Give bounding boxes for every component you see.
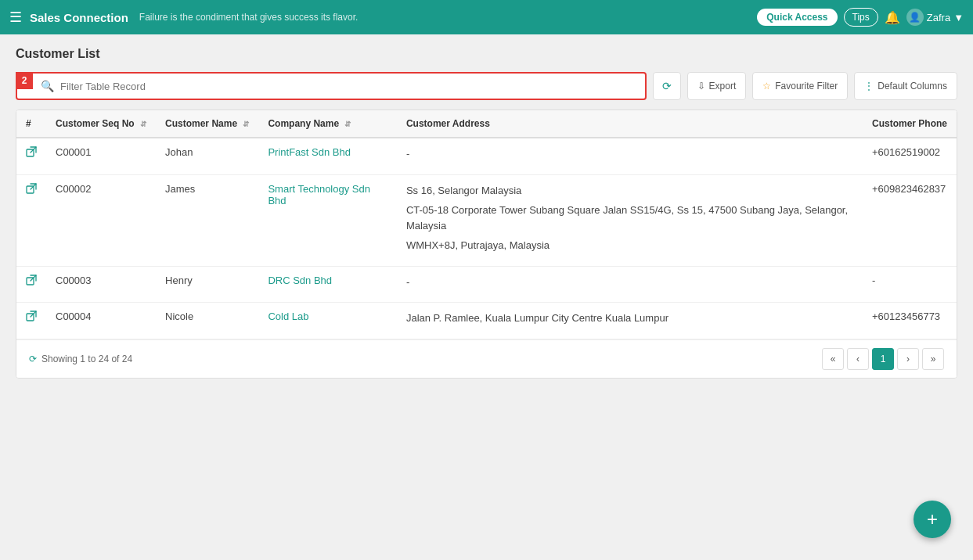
page-container: Customer List 2 🔍 ⟳ ⇩ Export ☆ Favourite… [0, 34, 973, 391]
cell-name: James [156, 174, 258, 266]
address-line: Jalan P. Ramlee, Kuala Lumpur City Centr… [406, 311, 853, 326]
user-name-label: Zafra [927, 12, 950, 23]
notification-bell-icon[interactable]: 🔔 [885, 10, 900, 25]
export-label: Export [709, 81, 737, 92]
col-name-label: Customer Name [165, 118, 237, 129]
col-company-label: Company Name [268, 118, 339, 129]
address-line: - [406, 275, 853, 290]
cell-address: Ss 16, Selangor MalaysiaCT-05-18 Corpora… [397, 174, 863, 266]
export-button[interactable]: ⇩ Export [687, 72, 747, 100]
pagination-prev[interactable]: ‹ [847, 348, 869, 370]
cell-seq: C00002 [46, 174, 156, 266]
sort-icon-company[interactable]: ⇵ [344, 120, 351, 128]
hamburger-menu-icon[interactable]: ☰ [9, 9, 22, 26]
col-name[interactable]: Customer Name ⇵ [156, 110, 258, 138]
cell-company[interactable]: Cold Lab [258, 303, 397, 339]
cell-name: Henry [156, 266, 258, 303]
refresh-small-icon[interactable]: ⟳ [29, 354, 37, 364]
col-hash: # [16, 110, 46, 138]
search-icon: 🔍 [41, 80, 54, 92]
cell-phone: +609823462837 [863, 174, 957, 266]
cell-address: - [397, 266, 863, 303]
default-columns-label: Default Columns [878, 81, 947, 92]
cell-phone: +60162519002 [863, 138, 957, 174]
col-seq[interactable]: Customer Seq No ⇵ [46, 110, 156, 138]
quick-access-button[interactable]: Quick Access [757, 9, 837, 26]
ext-link-icon[interactable] [26, 312, 37, 324]
sort-icon-seq[interactable]: ⇵ [140, 120, 146, 128]
table-row: C00002JamesSmart Technology Sdn BhdSs 16… [16, 174, 957, 266]
default-columns-button[interactable]: ⋮ Default Columns [854, 72, 957, 100]
app-brand: Sales Connection [30, 11, 128, 24]
company-link[interactable]: DRC Sdn Bhd [268, 275, 332, 286]
toolbar: 2 🔍 ⟳ ⇩ Export ☆ Favourite Filter ⋮ Defa… [16, 72, 957, 100]
cell-company[interactable]: Smart Technology Sdn Bhd [258, 174, 397, 266]
col-seq-label: Customer Seq No [56, 118, 135, 129]
pagination-first[interactable]: « [822, 348, 844, 370]
columns-icon: ⋮ [864, 81, 874, 92]
showing-text: Showing 1 to 24 of 24 [41, 354, 132, 364]
refresh-button[interactable]: ⟳ [653, 72, 681, 100]
user-chevron-icon: ▼ [953, 12, 964, 23]
ext-link-icon[interactable] [26, 276, 37, 288]
customer-table-wrapper: # Customer Seq No ⇵ Customer Name ⇵ Comp… [16, 109, 957, 379]
search-box: 2 🔍 [16, 72, 647, 100]
cell-seq: C00001 [46, 138, 156, 174]
top-navigation: ☰ Sales Connection Failure is the condim… [0, 0, 973, 34]
company-link[interactable]: Smart Technology Sdn Bhd [268, 183, 370, 206]
app-tagline: Failure is the condiment that gives succ… [139, 12, 757, 23]
ext-link-icon[interactable] [26, 148, 37, 160]
table-row: C00001JohanPrintFast Sdn Bhd-+6016251900… [16, 138, 957, 174]
cell-phone: - [863, 266, 957, 303]
col-company[interactable]: Company Name ⇵ [258, 110, 397, 138]
address-line: WMHX+8J, Putrajaya, Malaysia [406, 238, 853, 253]
company-link[interactable]: Cold Lab [268, 311, 308, 322]
favourite-filter-button[interactable]: ☆ Favourite Filter [752, 72, 848, 100]
tips-button[interactable]: Tips [844, 8, 878, 27]
table-row: C00004NicoleCold LabJalan P. Ramlee, Kua… [16, 303, 957, 339]
cell-name: Nicole [156, 303, 258, 339]
table-scroll-area[interactable]: # Customer Seq No ⇵ Customer Name ⇵ Comp… [16, 110, 957, 339]
cell-seq: C00004 [46, 303, 156, 339]
col-address: Customer Address [397, 110, 863, 138]
table-row: C00003HenryDRC Sdn Bhd-- [16, 266, 957, 303]
pagination-next[interactable]: › [897, 348, 919, 370]
table-header-row: # Customer Seq No ⇵ Customer Name ⇵ Comp… [16, 110, 957, 138]
cell-seq: C00003 [46, 266, 156, 303]
user-menu[interactable]: 👤 Zafra ▼ [906, 9, 964, 26]
page-title: Customer List [16, 47, 957, 61]
col-phone: Customer Phone [863, 110, 957, 138]
customer-table: # Customer Seq No ⇵ Customer Name ⇵ Comp… [16, 110, 957, 339]
address-line: - [406, 146, 853, 162]
cell-company[interactable]: DRC Sdn Bhd [258, 266, 397, 303]
address-line: Ss 16, Selangor Malaysia [406, 183, 853, 199]
showing-text-area: ⟳ Showing 1 to 24 of 24 [29, 354, 132, 364]
pagination: « ‹ 1 › » [822, 348, 944, 370]
ext-link-icon[interactable] [26, 185, 37, 196]
pagination-page-1[interactable]: 1 [872, 348, 894, 370]
search-badge: 2 [16, 72, 33, 89]
address-line: CT-05-18 Corporate Tower Subang Square J… [406, 203, 853, 233]
table-footer: ⟳ Showing 1 to 24 of 24 « ‹ 1 › » [16, 339, 957, 378]
sort-icon-name[interactable]: ⇵ [243, 120, 249, 128]
topnav-right-group: Quick Access Tips 🔔 👤 Zafra ▼ [757, 8, 964, 27]
favourite-filter-label: Favourite Filter [775, 81, 838, 92]
user-avatar: 👤 [906, 9, 924, 26]
search-input[interactable] [60, 81, 637, 92]
cell-company[interactable]: PrintFast Sdn Bhd [258, 138, 397, 174]
cell-name: Johan [156, 138, 258, 174]
star-icon: ☆ [762, 81, 771, 92]
company-link[interactable]: PrintFast Sdn Bhd [268, 146, 351, 158]
export-icon: ⇩ [697, 81, 705, 92]
pagination-last[interactable]: » [922, 348, 944, 370]
cell-address: Jalan P. Ramlee, Kuala Lumpur City Centr… [397, 303, 863, 339]
cell-phone: +60123456773 [863, 303, 957, 339]
cell-address: - [397, 138, 863, 174]
